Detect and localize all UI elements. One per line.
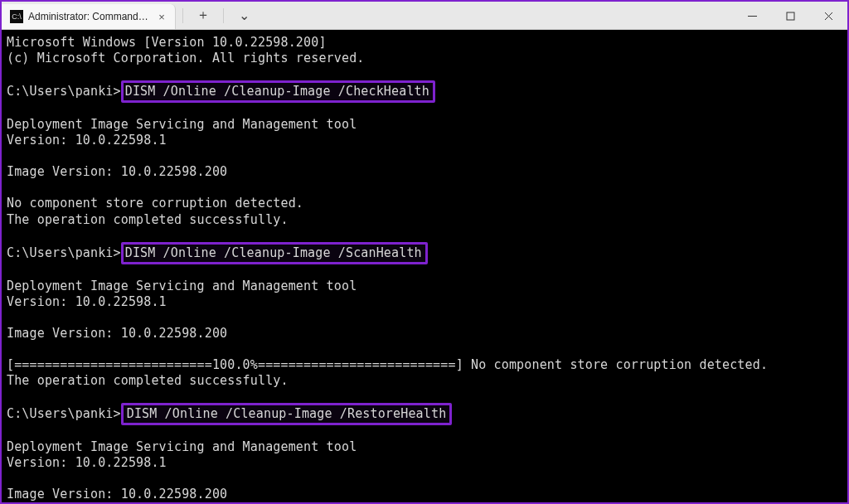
maximize-button[interactable] [771,2,809,30]
dism-tool-line: Deployment Image Servicing and Managemen… [7,279,357,293]
titlebar-drag-region[interactable] [262,2,733,29]
copyright-line: (c) Microsoft Corporation. All rights re… [7,51,365,65]
window-titlebar: C:\ Administrator: Command Prom × ＋ ⌄ [2,2,847,30]
image-version-line: Image Version: 10.0.22598.200 [7,326,227,341]
dism-tool-line: Deployment Image Servicing and Managemen… [7,117,357,132]
prompt-path: C:\Users\panki> [7,245,121,260]
highlighted-command-restorehealth: DISM /Online /Cleanup-Image /RestoreHeal… [121,403,453,425]
prompt-path: C:\Users\panki> [7,84,121,99]
new-tab-button[interactable]: ＋ [192,4,215,27]
operation-success-line: The operation completed successfully. [7,373,289,388]
dism-tool-version: Version: 10.0.22598.1 [7,133,167,148]
separator [223,8,224,23]
cmd-icon: C:\ [10,10,23,23]
check-result-line: No component store corruption detected. [7,196,303,211]
highlighted-command-scanhealth: DISM /Online /Cleanup-Image /ScanHealth [121,242,428,264]
image-version-line: Image Version: 10.0.22598.200 [7,164,227,179]
dism-tool-line: Deployment Image Servicing and Managemen… [7,439,357,454]
prompt-path: C:\Users\panki> [7,406,121,421]
minimize-button[interactable] [733,2,771,30]
dism-tool-version: Version: 10.0.22598.1 [7,455,167,470]
minimize-icon [748,12,757,21]
highlighted-command-checkhealth: DISM /Online /Cleanup-Image /CheckHealth [121,80,435,103]
svg-rect-1 [787,12,794,20]
tab-strip-controls: ＋ ⌄ [176,2,262,29]
close-icon [824,12,833,21]
progress-scan-line: [==========================100.0%=======… [7,357,768,372]
dism-tool-version: Version: 10.0.22598.1 [7,294,167,309]
image-version-line: Image Version: 10.0.22598.200 [7,487,227,502]
tab-title: Administrator: Command Prom [28,11,150,22]
maximize-icon [786,12,795,21]
tab-dropdown-button[interactable]: ⌄ [232,4,255,27]
close-button[interactable] [809,2,847,30]
operation-success-line: The operation completed successfully. [7,212,289,227]
os-version-line: Microsoft Windows [Version 10.0.22598.20… [7,35,327,50]
terminal-output[interactable]: Microsoft Windows [Version 10.0.22598.20… [2,30,847,502]
separator [182,8,183,23]
window-controls [733,2,847,29]
tab-active[interactable]: C:\ Administrator: Command Prom × [2,4,176,29]
tab-close-button[interactable]: × [155,10,168,23]
